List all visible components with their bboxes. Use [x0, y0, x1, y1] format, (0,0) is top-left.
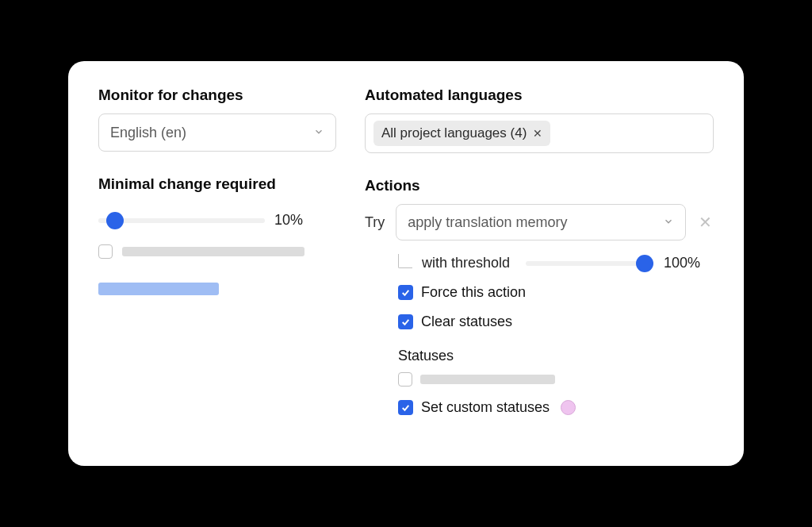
try-action-value: apply translation memory	[408, 214, 567, 231]
languages-chip-label: All project languages (4)	[381, 125, 527, 141]
languages-title: Automated languages	[365, 87, 714, 104]
try-action-select[interactable]: apply translation memory	[396, 204, 686, 240]
status-placeholder-checkbox[interactable]	[398, 372, 412, 387]
clear-statuses-checkbox[interactable]	[398, 314, 413, 329]
min-change-handle[interactable]	[106, 212, 124, 229]
set-custom-statuses-row: Set custom statuses	[398, 399, 714, 416]
status-placeholder-skeleton	[420, 375, 555, 384]
settings-card: Monitor for changes English (en) Minimal…	[68, 61, 744, 466]
branch-icon	[398, 254, 412, 268]
monitor-title: Monitor for changes	[98, 87, 336, 104]
force-action-checkbox[interactable]	[398, 285, 413, 300]
monitor-language-select[interactable]: English (en)	[98, 113, 336, 152]
placeholder-option-row	[98, 244, 336, 259]
placeholder-link-skeleton	[98, 283, 219, 295]
languages-chip[interactable]: All project languages (4) ✕	[373, 121, 550, 146]
threshold-label: with threshold	[422, 255, 510, 271]
chevron-down-icon	[313, 125, 324, 141]
threshold-slider[interactable]	[526, 261, 645, 266]
status-color-swatch[interactable]	[561, 400, 576, 415]
threshold-handle[interactable]	[636, 255, 653, 272]
col-left: Monitor for changes English (en) Minimal…	[98, 87, 336, 444]
placeholder-checkbox[interactable]	[98, 244, 113, 259]
col-right: Automated languages All project language…	[365, 87, 714, 444]
force-action-row: Force this action	[398, 284, 714, 301]
min-change-value: 10%	[274, 212, 303, 229]
remove-action-icon[interactable]: ✕	[697, 213, 714, 232]
languages-select[interactable]: All project languages (4) ✕	[365, 113, 714, 153]
force-action-label: Force this action	[421, 284, 526, 301]
clear-statuses-row: Clear statuses	[398, 314, 714, 330]
threshold-value: 100%	[664, 255, 700, 271]
chip-remove-icon[interactable]: ✕	[533, 127, 542, 140]
monitor-language-value: English (en)	[110, 125, 186, 141]
try-row: Try apply translation memory ✕	[365, 204, 714, 240]
clear-statuses-label: Clear statuses	[421, 314, 512, 330]
actions-title: Actions	[365, 177, 714, 194]
placeholder-label-skeleton	[122, 247, 304, 256]
try-label: Try	[365, 214, 385, 231]
min-change-title: Minimal change required	[98, 175, 336, 193]
min-change-slider-row: 10%	[98, 212, 336, 229]
threshold-row: with threshold 100%	[398, 255, 714, 271]
status-placeholder-row	[398, 372, 714, 387]
statuses-title: Statuses	[398, 348, 714, 364]
chevron-down-icon	[663, 214, 674, 231]
min-change-slider[interactable]	[98, 218, 265, 223]
set-custom-statuses-checkbox[interactable]	[398, 400, 413, 415]
set-custom-statuses-label: Set custom statuses	[421, 399, 550, 416]
